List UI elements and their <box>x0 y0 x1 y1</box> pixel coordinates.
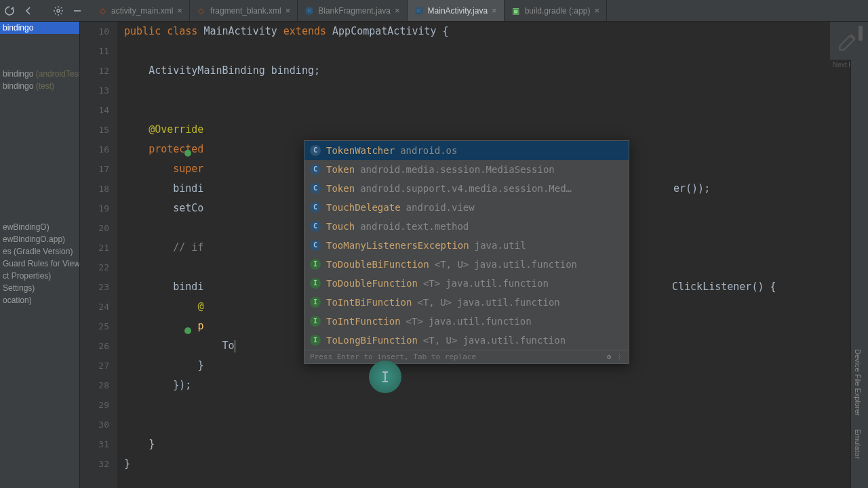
type-params: <T> <box>423 276 440 291</box>
autocomplete-item[interactable]: CTouchDelegate android.view <box>304 198 629 217</box>
sidebar-item[interactable]: Settings) <box>0 282 79 294</box>
dock-device-file-explorer[interactable]: Device File Explorer <box>851 342 865 422</box>
line-number: 29 <box>80 395 109 415</box>
tab-blankfragment-java[interactable]: CBlankFragment.java× <box>298 0 407 21</box>
sidebar-item[interactable]: bindingo (androidTest) <box>0 68 79 80</box>
autocomplete-name: TooManyListenersException <box>326 238 469 253</box>
back-icon[interactable] <box>20 3 37 19</box>
autocomplete-package: android.os <box>400 143 457 158</box>
line-number: 24 <box>80 297 109 317</box>
close-icon[interactable]: × <box>177 5 182 16</box>
code-line[interactable]: } <box>124 434 868 454</box>
dock-emulator[interactable]: Emulator <box>851 422 865 466</box>
line-number: 13 <box>80 81 109 100</box>
pause-icon[interactable] <box>859 26 863 41</box>
close-icon[interactable]: × <box>395 5 400 16</box>
autocomplete-package: android.support.v4.media.session.Med… <box>360 181 572 196</box>
right-dock[interactable]: Gradle Device File Explorer Emulator <box>850 22 868 488</box>
sidebar-item[interactable]: ocation) <box>0 294 79 306</box>
close-icon[interactable]: × <box>492 5 497 16</box>
code-line[interactable]: public class MainActivity extends AppCom… <box>124 22 868 41</box>
sidebar-item[interactable]: ewBindingO) <box>0 221 79 233</box>
close-icon[interactable]: × <box>285 5 291 16</box>
autocomplete-item[interactable]: IToIntFunction<T> java.util.function <box>304 312 629 331</box>
interface-icon: I <box>310 297 321 308</box>
tab-fragment-blank-xml[interactable]: ◇fragment_blank.xml× <box>190 0 298 21</box>
autocomplete-name: ToLongBiFunction <box>326 333 418 348</box>
autocomplete-item[interactable]: IToDoubleFunction<T> java.util.function <box>304 274 629 293</box>
autocomplete-popup[interactable]: CTokenWatcher android.osCToken android.m… <box>304 140 629 364</box>
autocomplete-package: android.media.session.MediaSession <box>360 162 555 177</box>
autocomplete-item[interactable]: CToken android.support.v4.media.session.… <box>304 179 629 198</box>
autocomplete-item[interactable]: IToDoubleBiFunction<T, U> java.util.func… <box>304 255 629 274</box>
line-number: 19 <box>80 199 109 218</box>
type-params: <T> <box>406 314 423 329</box>
gradle-icon: ▣ <box>511 6 521 16</box>
autocomplete-name: ToIntFunction <box>326 314 401 329</box>
code-line[interactable] <box>124 41 868 61</box>
autocomplete-package: java.util.function <box>457 295 560 310</box>
line-number: 12 <box>80 61 109 81</box>
tab-label: build.gradle (:app) <box>525 6 591 16</box>
code-line[interactable]: }); <box>124 375 868 395</box>
autocomplete-name: ToDoubleBiFunction <box>326 257 429 272</box>
line-gutter: 1011121314151617181920212223242526272829… <box>80 22 117 488</box>
line-number: 15 <box>80 120 109 140</box>
autocomplete-package: android.view <box>406 200 475 215</box>
autocomplete-item[interactable]: CToken android.media.session.MediaSessio… <box>304 160 629 179</box>
type-params: <T, U> <box>417 295 452 310</box>
line-number: 17 <box>80 159 109 179</box>
autocomplete-item[interactable]: IToLongBiFunction<T, U> java.util.functi… <box>304 331 629 350</box>
sidebar-item[interactable]: es (Gradle Version) <box>0 245 79 258</box>
sidebar-item[interactable]: bindingo (test) <box>0 80 79 92</box>
interface-icon: I <box>310 316 321 327</box>
sidebar-item[interactable]: ewBindingO.app) <box>0 233 79 245</box>
autocomplete-name: Touch <box>326 219 355 234</box>
sidebar-item[interactable]: Guard Rules for ViewBi <box>0 258 79 270</box>
line-number: 27 <box>80 356 109 375</box>
interface-icon: I <box>310 278 321 289</box>
code-line[interactable]: ActivityMainBinding binding; <box>124 61 868 81</box>
autocomplete-name: TokenWatcher <box>326 143 395 158</box>
autocomplete-item[interactable]: CTouch android.text.method <box>304 217 629 236</box>
autocomplete-item[interactable]: CTooManyListenersException java.util <box>304 236 629 255</box>
line-number: 25 <box>80 317 109 336</box>
close-icon[interactable]: × <box>594 5 599 16</box>
line-number: 10 <box>80 22 109 41</box>
tab-mainactivity-java[interactable]: CMainActivity.java× <box>408 0 505 21</box>
xml-icon: ◇ <box>98 6 107 16</box>
code-editor[interactable]: 1011121314151617181920212223242526272829… <box>80 22 868 488</box>
class-icon: C <box>310 183 321 194</box>
tab-build-gradle-app-[interactable]: ▣build.gradle (:app)× <box>505 0 607 21</box>
code-line[interactable] <box>124 100 868 120</box>
autocomplete-hint: Press Enter to insert, Tab to replace⚙ ⋮ <box>304 350 629 363</box>
tab-label: BlankFragment.java <box>318 6 391 16</box>
autocomplete-package: java.util.function <box>462 333 566 348</box>
autocomplete-item[interactable]: IToIntBiFunction<T, U> java.util.functio… <box>304 293 629 312</box>
gear-icon[interactable]: ⚙ ⋮ <box>607 352 623 361</box>
gear-icon[interactable] <box>50 3 66 19</box>
autocomplete-name: TouchDelegate <box>326 200 401 215</box>
code-line[interactable] <box>124 395 868 415</box>
line-number: 26 <box>80 336 109 356</box>
line-number: 18 <box>80 179 109 199</box>
code-line[interactable]: } <box>124 454 868 474</box>
gutter-marker-run[interactable] <box>184 327 191 334</box>
sidebar-item[interactable]: ct Properties) <box>0 270 79 282</box>
code-line[interactable] <box>124 81 868 100</box>
code-line[interactable] <box>124 415 868 434</box>
autocomplete-name: ToDoubleFunction <box>326 276 418 291</box>
autocomplete-item[interactable]: CTokenWatcher android.os <box>304 141 629 160</box>
top-toolbar: ◇activity_main.xml×◇fragment_blank.xml×C… <box>0 0 868 22</box>
code-line[interactable]: @Override <box>124 120 868 140</box>
tab-activity-main-xml[interactable]: ◇activity_main.xml× <box>91 0 190 21</box>
autocomplete-name: ToIntBiFunction <box>326 295 412 310</box>
autocomplete-package: android.text.method <box>360 219 469 234</box>
minimize-icon[interactable] <box>69 3 85 19</box>
gutter-marker-run[interactable] <box>184 150 191 157</box>
sidebar-item-selected[interactable]: bindingo <box>0 22 79 34</box>
tab-label: MainActivity.java <box>428 6 488 16</box>
autocomplete-package: java.util.function <box>446 276 549 291</box>
project-sidebar[interactable]: bindingo bindingo (androidTest)bindingo … <box>0 22 80 488</box>
sync-icon[interactable] <box>1 3 18 19</box>
